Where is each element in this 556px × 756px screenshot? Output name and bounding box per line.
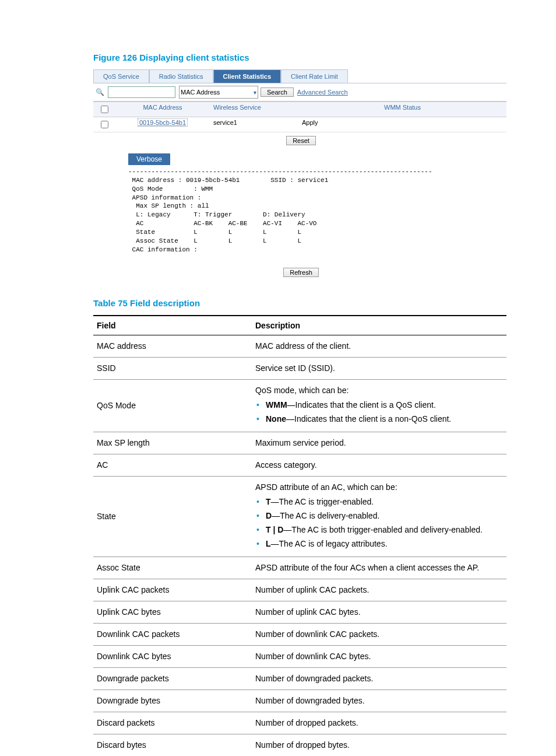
tab-client-statistics[interactable]: Client Statistics <box>213 69 281 83</box>
desc-cell: Number of downgraded bytes. <box>252 690 506 712</box>
tab-qos-service[interactable]: QoS Service <box>93 69 149 83</box>
term: WMM <box>266 400 287 410</box>
field-cell: MAC address <box>93 335 252 358</box>
list-item: L—The AC is of legacy attributes. <box>255 538 503 550</box>
reset-button[interactable]: Reset <box>286 136 316 145</box>
field-cell: Max SP length <box>93 432 252 454</box>
verbose-output: ----------------------------------------… <box>128 167 506 254</box>
desc-cell: Service set ID (SSID). <box>252 358 506 380</box>
list-item: WMM—Indicates that the client is a QoS c… <box>255 399 503 411</box>
row-wmm-status: Apply <box>298 117 506 132</box>
desc-lead: QoS mode, which can be: <box>255 386 349 395</box>
field-cell: Downgrade packets <box>93 668 252 690</box>
term-desc: —The AC is delivery-enabled. <box>272 511 379 520</box>
field-cell: Discard bytes <box>93 734 252 756</box>
desc-cell: Number of downlink CAC bytes. <box>252 646 506 668</box>
field-cell: Downlink CAC packets <box>93 624 252 646</box>
list-item: None—Indicates that the client is a non-… <box>255 413 503 425</box>
tab-client-rate-limit[interactable]: Client Rate Limit <box>281 69 348 83</box>
field-cell: State <box>93 477 252 557</box>
search-input[interactable] <box>108 86 175 98</box>
term-desc: —Indicates that the client is a QoS clie… <box>287 400 436 410</box>
mac-address-link[interactable]: 0019-5bcb-54b1 <box>138 118 188 127</box>
field-cell: QoS Mode <box>93 380 252 432</box>
search-button[interactable]: Search <box>261 88 294 97</box>
search-icon: 🔍 <box>96 88 104 96</box>
desc-cell: Number of dropped packets. <box>252 712 506 734</box>
term: T <box>266 497 271 506</box>
desc-cell: Number of downgraded packets. <box>252 668 506 690</box>
desc-cell: APSD attribute of an AC, which can be: T… <box>252 477 506 557</box>
select-all-checkbox[interactable] <box>101 106 108 113</box>
term-desc: —Indicates that the client is a non-QoS … <box>286 414 451 424</box>
refresh-button[interactable]: Refresh <box>283 268 319 277</box>
term: T | D <box>266 525 283 534</box>
list-item: T—The AC is trigger-enabled. <box>255 496 503 508</box>
desc-cell: Maximum service period. <box>252 432 506 454</box>
screenshot-panel: QoS Service Radio Statistics Client Stat… <box>93 69 506 281</box>
desc-cell: QoS mode, which can be: WMM—Indicates th… <box>252 380 506 432</box>
list-item: D—The AC is delivery-enabled. <box>255 510 503 522</box>
desc-cell: Access category. <box>252 454 506 477</box>
advanced-search-link[interactable]: Advanced Search <box>297 89 348 96</box>
search-field-select[interactable]: MAC Address <box>179 86 258 99</box>
verbose-tab[interactable]: Verbose <box>128 153 170 165</box>
term: D <box>266 511 272 520</box>
desc-lead: APSD attribute of an AC, which can be: <box>255 482 397 492</box>
list-item: T | D—The AC is both trigger-enabled and… <box>255 524 503 536</box>
term-desc: —The AC is trigger-enabled. <box>271 497 374 506</box>
desc-cell: APSD attribute of the four ACs when a cl… <box>252 557 506 579</box>
desc-cell: MAC address of the client. <box>252 335 506 358</box>
desc-cell: Number of uplink CAC bytes. <box>252 601 506 624</box>
field-cell: Uplink CAC bytes <box>93 601 252 624</box>
table-row: 0019-5bcb-54b1 service1 Apply <box>93 117 506 132</box>
row-checkbox[interactable] <box>101 121 108 128</box>
field-cell: AC <box>93 454 252 477</box>
term: L <box>266 539 271 548</box>
col-wireless-service: Wireless Service <box>210 102 298 117</box>
desc-cell: Number of uplink CAC packets. <box>252 579 506 601</box>
th-field: Field <box>93 316 252 335</box>
field-cell: Assoc State <box>93 557 252 579</box>
desc-cell: Number of downlink CAC packets. <box>252 624 506 646</box>
field-cell: Downlink CAC bytes <box>93 646 252 668</box>
field-cell: Downgrade bytes <box>93 690 252 712</box>
field-cell: Uplink CAC packets <box>93 579 252 601</box>
term-desc: —The AC is of legacy attributes. <box>271 539 388 548</box>
desc-cell: Number of dropped bytes. <box>252 734 506 756</box>
th-description: Description <box>252 316 506 335</box>
field-cell: SSID <box>93 358 252 380</box>
tab-radio-statistics[interactable]: Radio Statistics <box>149 69 213 83</box>
row-wireless-service: service1 <box>210 117 298 132</box>
term-desc: —The AC is both trigger-enabled and deli… <box>283 525 483 534</box>
table-title: Table 75 Field description <box>93 298 506 308</box>
col-mac-address: MAC Address <box>115 102 210 117</box>
field-cell: Discard packets <box>93 712 252 734</box>
figure-title: Figure 126 Displaying client statistics <box>93 52 506 62</box>
term: None <box>266 414 286 424</box>
col-wmm-status: WMM Status <box>298 102 506 117</box>
field-description-table: Field Description MAC addressMAC address… <box>93 315 506 756</box>
